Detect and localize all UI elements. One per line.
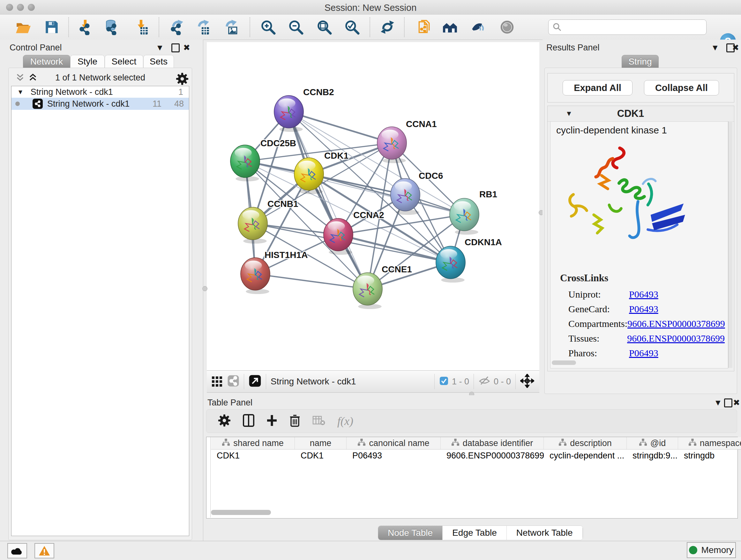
column-header-description[interactable]: description (544, 437, 627, 449)
export-image-icon[interactable] (222, 19, 238, 35)
import-network-icon[interactable] (77, 19, 93, 35)
network-node-HIST1H1A[interactable] (241, 258, 270, 294)
zoom-in-icon[interactable] (260, 19, 276, 35)
export-table-icon[interactable] (194, 19, 210, 35)
tab-sets[interactable]: Sets (143, 55, 174, 68)
table-hscroll-thumb[interactable] (211, 510, 271, 515)
node-label-CCNA1: CCNA1 (406, 119, 436, 129)
tab-edge-table[interactable]: Edge Table (443, 526, 507, 540)
network-node-CCNA1[interactable] (377, 127, 407, 163)
collapse-all-button[interactable]: Collapse All (644, 80, 719, 96)
table-cell[interactable]: stringdb:9... (627, 449, 678, 462)
delete-column-icon[interactable] (289, 414, 300, 428)
gene-section: ▼ CDK1 cyclin-dependent kinase 1 (547, 106, 734, 371)
hidden-eye-icon[interactable] (478, 375, 490, 388)
collapse-panel-icon[interactable]: ▼ (156, 44, 164, 52)
birdseye-view-icon[interactable] (520, 374, 534, 389)
crosslink-link[interactable]: P06493 (629, 348, 658, 362)
expand-all-button[interactable]: Expand All (562, 80, 632, 96)
network-node-CCNA2[interactable] (324, 219, 353, 255)
column-header-database-identifier[interactable]: database identifier (441, 437, 544, 449)
cloud-status-button[interactable] (7, 543, 27, 558)
column-header-namespace[interactable]: namespace (678, 437, 741, 449)
tab-select[interactable]: Select (105, 55, 143, 68)
import-database-icon[interactable] (104, 19, 120, 35)
gene-section-header[interactable]: ▼ CDK1 (548, 106, 734, 122)
crosslink-link[interactable]: P06493 (629, 289, 658, 304)
warning-status-button[interactable] (35, 543, 54, 558)
crosslink-link[interactable]: 9606.ENSP00000378699 (627, 333, 725, 348)
float-panel-icon[interactable] (172, 44, 180, 52)
memory-button[interactable]: Memory (687, 542, 736, 558)
tab-network[interactable]: Network (23, 55, 70, 68)
collapse-results-icon[interactable]: ▼ (711, 44, 719, 52)
home-network-icon[interactable] (442, 19, 458, 35)
open-in-window-icon[interactable] (249, 374, 261, 388)
table-row[interactable]: CDK1CDK1P064939606.ENSP00000378699cyclin… (211, 449, 741, 462)
network-edge[interactable] (255, 274, 367, 289)
table-cell[interactable]: CDK1 (211, 449, 295, 462)
network-collection-row[interactable]: ▼ String Network - cdk1 1 (11, 86, 189, 98)
table-settings-gear-icon[interactable] (218, 414, 231, 428)
network-edge[interactable] (289, 112, 392, 143)
table-cell[interactable]: cyclin-dependent ... (544, 449, 627, 462)
collapse-all-networks-icon[interactable] (28, 73, 37, 83)
show-columns-icon[interactable] (243, 414, 254, 428)
network-options-gear-icon[interactable] (176, 72, 189, 86)
export-network-icon[interactable] (169, 19, 185, 35)
network-node-RB1[interactable] (450, 198, 479, 235)
left-splitter-handle[interactable] (202, 286, 207, 291)
gene-expander-icon[interactable]: ▼ (565, 110, 572, 118)
network-edge[interactable] (289, 112, 367, 289)
network-canvas[interactable]: CCNB2CCNA1CDC25BCDK1CDC6RB1CCNB1CCNA2CDK… (207, 42, 539, 370)
close-panel-icon[interactable]: ✖ (183, 44, 190, 52)
tab-network-table[interactable]: Network Table (507, 526, 583, 540)
network-node-CDC25B[interactable] (230, 145, 260, 181)
network-node-CCNB2[interactable] (274, 96, 304, 132)
network-node-CCNB1[interactable] (238, 207, 267, 244)
table-cell[interactable]: 9606.ENSP00000378699 (441, 449, 544, 462)
column-header-name[interactable]: name (295, 437, 347, 449)
network-node-CCNE1[interactable] (353, 273, 382, 309)
collapse-table-icon[interactable]: ▼ (714, 398, 722, 407)
presentation-ball-icon[interactable] (499, 19, 515, 35)
delete-table-icon[interactable] (313, 415, 325, 427)
zoom-out-icon[interactable] (288, 19, 304, 35)
save-session-icon[interactable] (44, 19, 60, 35)
zoom-fit-icon[interactable] (316, 19, 332, 35)
table-cell[interactable]: CDK1 (295, 449, 347, 462)
float-table-icon[interactable] (724, 398, 732, 408)
network-node-CDKN1A[interactable] (436, 246, 465, 283)
network-row-selected[interactable]: String Network - cdk1 11 48 (11, 98, 189, 110)
close-table-icon[interactable]: ✖ (733, 398, 740, 407)
crosslink-link[interactable]: P06493 (629, 304, 658, 318)
tab-string[interactable]: String (622, 55, 659, 68)
string-document-icon[interactable] (416, 19, 432, 35)
add-column-icon[interactable] (266, 415, 277, 428)
table-cell[interactable]: stringdb (678, 449, 741, 462)
open-session-icon[interactable] (15, 19, 31, 35)
close-results-icon[interactable]: ✖ (732, 44, 739, 52)
grid-view-icon[interactable] (211, 375, 223, 388)
column-header-canonical-name[interactable]: canonical name (347, 437, 441, 449)
expand-all-networks-icon[interactable] (16, 73, 24, 83)
gene-hscroll-thumb[interactable] (552, 361, 576, 365)
tree-expander-icon[interactable]: ▼ (17, 88, 23, 96)
share-view-icon[interactable] (227, 375, 239, 388)
crosslink-link[interactable]: 9606.ENSP00000378699 (627, 318, 725, 333)
refresh-icon[interactable] (380, 19, 395, 35)
gene-vscrollbar[interactable] (728, 121, 732, 368)
import-table-icon[interactable] (133, 19, 149, 35)
tab-style[interactable]: Style (70, 55, 105, 68)
function-builder-button[interactable]: f(x) (337, 415, 353, 428)
search-input[interactable] (548, 19, 706, 35)
zoom-selected-icon[interactable] (344, 19, 360, 35)
selected-checkbox-icon[interactable] (439, 376, 449, 387)
column-header-shared-name[interactable]: shared name (211, 437, 295, 449)
string-results-content: Expand All Collapse All ▼ CDK1 cyclin-de… (544, 68, 737, 394)
hidden-count: 0 - 0 (494, 377, 511, 387)
hide-labels-icon[interactable] (470, 19, 486, 35)
tab-node-table[interactable]: Node Table (378, 526, 443, 540)
table-cell[interactable]: P06493 (347, 449, 441, 462)
column-header--id[interactable]: @id (627, 437, 678, 449)
